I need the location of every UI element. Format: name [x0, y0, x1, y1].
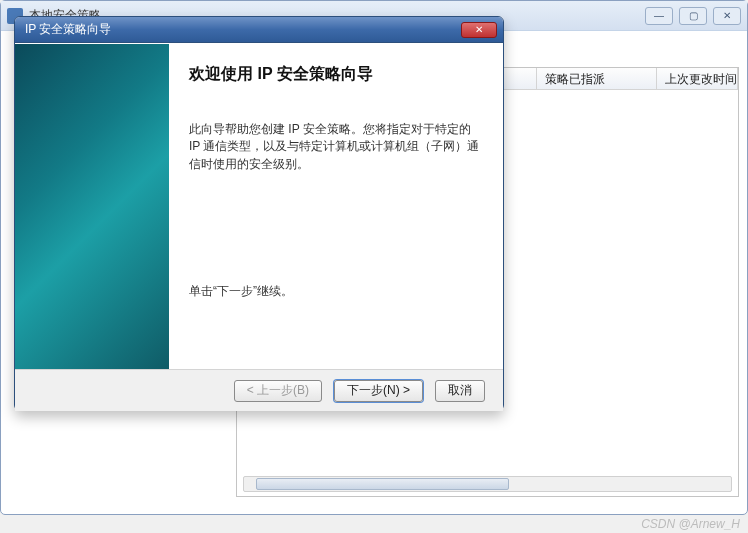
column-header-last-changed[interactable]: 上次更改时间: [657, 68, 738, 89]
minimize-button[interactable]: —: [645, 7, 673, 25]
scrollbar-thumb[interactable]: [256, 478, 509, 490]
maximize-button[interactable]: ▢: [679, 7, 707, 25]
wizard-dialog: IP 安全策略向导 ✕ 欢迎使用 IP 安全策略向导 此向导帮助您创建 IP 安…: [14, 16, 504, 411]
column-header-assigned[interactable]: 策略已指派: [537, 68, 657, 89]
wizard-content: 欢迎使用 IP 安全策略向导 此向导帮助您创建 IP 安全策略。您将指定对于特定…: [169, 44, 503, 369]
wizard-close-button[interactable]: ✕: [461, 22, 497, 38]
wizard-footer: < 上一步(B) 下一步(N) > 取消: [15, 369, 503, 411]
wizard-side-graphic: [15, 44, 169, 369]
wizard-title: IP 安全策略向导: [25, 21, 111, 38]
wizard-continue-hint: 单击“下一步”继续。: [189, 283, 481, 300]
watermark: CSDN @Arnew_H: [641, 517, 740, 531]
close-button[interactable]: ✕: [713, 7, 741, 25]
cancel-button[interactable]: 取消: [435, 380, 485, 402]
wizard-title-bar: IP 安全策略向导 ✕: [15, 17, 503, 43]
back-button: < 上一步(B): [234, 380, 322, 402]
wizard-body: 欢迎使用 IP 安全策略向导 此向导帮助您创建 IP 安全策略。您将指定对于特定…: [15, 43, 503, 369]
window-controls: — ▢ ✕: [645, 7, 741, 25]
wizard-description: 此向导帮助您创建 IP 安全策略。您将指定对于特定的 IP 通信类型，以及与特定…: [189, 121, 481, 173]
close-icon: ✕: [475, 24, 483, 35]
wizard-heading: 欢迎使用 IP 安全策略向导: [189, 64, 481, 85]
horizontal-scrollbar[interactable]: [243, 476, 732, 492]
next-button[interactable]: 下一步(N) >: [334, 380, 423, 402]
